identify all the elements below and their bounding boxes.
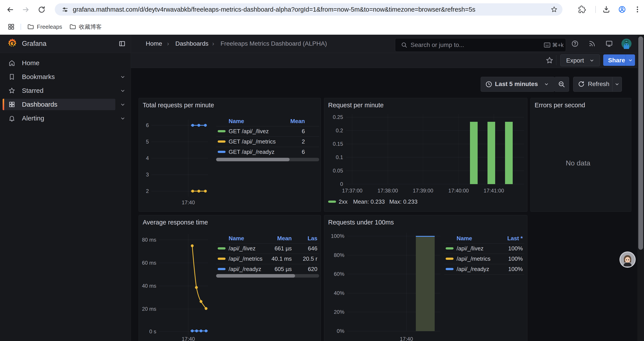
chevron-down-icon[interactable] xyxy=(615,82,620,87)
export-button[interactable]: Export xyxy=(560,55,600,66)
series-pill[interactable] xyxy=(218,130,226,132)
news-rss-icon[interactable] xyxy=(588,40,596,47)
legend-series-name[interactable]: /api/_/readyz xyxy=(228,266,261,272)
zoom-out-button[interactable] xyxy=(554,77,569,92)
page-scrollbar-track[interactable] xyxy=(638,35,644,341)
x-tick: 17:40 xyxy=(177,199,199,206)
legend-series-name[interactable]: /api/_/readyz xyxy=(456,266,489,272)
panel-requests-under-100ms: Requests under 100ms 100% 80% 60% 40% 20… xyxy=(324,215,528,341)
browser-menu-icon[interactable] xyxy=(634,6,641,14)
url-text[interactable]: grafana.mathmast.com/d/deytv4rwavabkb/fr… xyxy=(73,3,476,16)
y-tick: 60% xyxy=(327,271,344,277)
search-placeholder: Search or jump to... xyxy=(410,38,464,52)
legend-series-name[interactable]: 2xx xyxy=(339,198,348,205)
y-tick: 0 s xyxy=(140,328,156,335)
legend-col-last[interactable]: Last * xyxy=(490,235,523,242)
series-pill[interactable] xyxy=(218,268,226,270)
legend-col-name[interactable]: Name xyxy=(228,118,244,125)
series-pill[interactable] xyxy=(446,258,454,260)
share-button[interactable]: Share xyxy=(603,55,626,66)
downloads-icon[interactable] xyxy=(602,6,610,14)
legend-mean-value: 2 xyxy=(272,138,305,145)
legend-last-value: 20.5 r xyxy=(300,255,318,262)
legend-scrollbar[interactable] xyxy=(216,158,319,161)
chevron-down-icon[interactable] xyxy=(120,116,126,121)
search-icon xyxy=(401,42,408,48)
legend-col-mean[interactable]: Mean xyxy=(259,235,292,242)
series-pill[interactable] xyxy=(446,247,454,249)
site-info-icon[interactable] xyxy=(62,6,68,13)
sidebar-item-home[interactable]: Home xyxy=(3,57,115,69)
breadcrumb-home[interactable]: Home xyxy=(146,35,162,53)
legend-last-value: 100% xyxy=(490,255,523,262)
legend-series-name[interactable]: /api/_/livez xyxy=(456,245,484,252)
panel-request-per-minute: Request per minute 0.25 xyxy=(324,98,528,212)
chevron-down-icon[interactable] xyxy=(120,74,126,80)
legend-col-last[interactable]: Las xyxy=(304,235,318,242)
legend-col-mean[interactable]: Mean xyxy=(272,118,305,125)
legend-series-name[interactable]: GET /api/_/metrics xyxy=(228,138,276,145)
breadcrumb-dashboards[interactable]: Dashboards xyxy=(175,35,208,53)
search-input[interactable]: Search or jump to... ⌘+k xyxy=(395,38,566,52)
series-pill[interactable] xyxy=(218,140,226,143)
sidebar-item-label: Starred xyxy=(22,85,44,96)
screen: grafana.mathmast.com/d/deytv4rwavabkb/fr… xyxy=(0,0,644,341)
zoom-out-icon xyxy=(558,81,565,88)
legend-last-value: 620 xyxy=(300,266,318,272)
help-icon[interactable] xyxy=(571,40,579,47)
legend-mean-value: 605 µs xyxy=(259,266,292,272)
sidebar-item-alerting[interactable]: Alerting xyxy=(3,113,115,124)
legend-col-name[interactable]: Name xyxy=(456,235,472,242)
request-per-minute-chart xyxy=(324,98,527,212)
forward-icon[interactable] xyxy=(22,6,30,14)
folder-icon xyxy=(69,23,76,30)
chevron-down-icon[interactable] xyxy=(120,88,126,94)
legend-series-name[interactable]: GET /api/_/livez xyxy=(228,128,269,135)
legend-mean-value: 6 xyxy=(272,149,305,155)
keyboard-icon xyxy=(544,42,550,48)
legend-scrollbar-thumb[interactable] xyxy=(216,158,290,161)
legend-series-name[interactable]: GET /api/_/readyz xyxy=(228,149,274,155)
panel-title[interactable]: Errors per second xyxy=(534,102,585,109)
apps-grid-icon[interactable] xyxy=(8,23,15,31)
sidebar-item-bookmarks[interactable]: Bookmarks xyxy=(3,71,115,83)
profile-icon[interactable] xyxy=(618,6,626,14)
series-pill[interactable] xyxy=(328,201,336,203)
x-tick: 17:39:00 xyxy=(410,188,436,194)
time-range-picker[interactable]: Last 5 minutes xyxy=(481,77,554,92)
dock-sidebar-toggle-icon[interactable] xyxy=(118,40,126,47)
share-dropdown-button[interactable] xyxy=(626,55,635,66)
kiosk-monitor-icon[interactable] xyxy=(606,40,613,47)
floating-assistant-avatar[interactable] xyxy=(619,251,636,268)
y-tick: 40% xyxy=(327,290,344,296)
series-pill[interactable] xyxy=(218,258,226,260)
legend-col-name[interactable]: Name xyxy=(228,235,244,242)
brand-label[interactable]: Grafana xyxy=(22,35,46,53)
legend-series-name[interactable]: /api/_/metrics xyxy=(456,255,490,262)
page-scrollbar-thumb[interactable] xyxy=(638,37,643,250)
user-avatar[interactable] xyxy=(621,38,632,49)
back-icon[interactable] xyxy=(6,6,14,14)
refresh-button[interactable]: Refresh xyxy=(573,77,622,92)
bookmark-star-icon[interactable] xyxy=(550,6,558,13)
legend-series-name[interactable]: /api/_/metrics xyxy=(228,255,262,262)
sidebar-item-starred[interactable]: Starred xyxy=(3,85,115,96)
series-pill[interactable] xyxy=(218,151,226,153)
legend-divider xyxy=(216,243,319,244)
dashboard-actions-bar: Export Share xyxy=(131,53,644,68)
chevron-down-icon[interactable] xyxy=(120,102,126,107)
series-pill[interactable] xyxy=(446,268,454,270)
bookmark-label: 收藏博客 xyxy=(79,19,102,35)
sidebar-item-dashboards[interactable]: Dashboards xyxy=(3,99,115,110)
series-pill[interactable] xyxy=(218,247,226,249)
legend-series-name[interactable]: /api/_/livez xyxy=(228,245,256,252)
time-range-label: Last 5 minutes xyxy=(495,81,538,88)
grafana-logo[interactable] xyxy=(6,38,18,49)
extensions-icon[interactable] xyxy=(578,6,586,14)
reload-icon[interactable] xyxy=(38,6,46,14)
url-bar[interactable]: grafana.mathmast.com/d/deytv4rwavabkb/fr… xyxy=(55,3,562,16)
legend-scrollbar-thumb[interactable] xyxy=(216,274,295,278)
legend-scrollbar[interactable] xyxy=(216,274,319,278)
breadcrumb-sep: › xyxy=(167,35,169,53)
favorite-star-icon[interactable] xyxy=(546,56,554,64)
